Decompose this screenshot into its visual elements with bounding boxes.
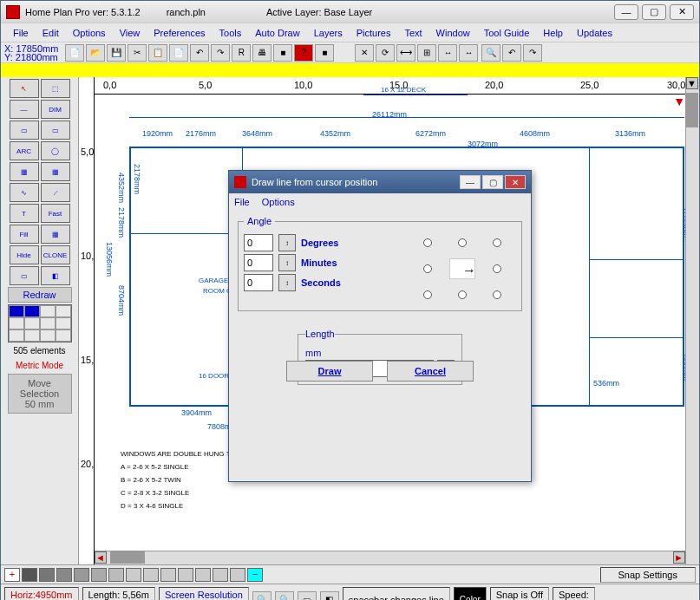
swatch[interactable]	[178, 568, 193, 582]
menu-text[interactable]: Text	[397, 28, 429, 38]
redraw-button[interactable]: Redraw	[8, 287, 72, 303]
swatch[interactable]	[22, 568, 37, 582]
menu-edit[interactable]: Edit	[36, 28, 66, 38]
degrees-stepper[interactable]: ↕	[278, 234, 296, 251]
dialog-close-button[interactable]: ✕	[505, 175, 526, 189]
swatch[interactable]	[143, 568, 159, 582]
arc-tool[interactable]: ARC	[10, 141, 39, 160]
rect2-tool[interactable]: ▭	[41, 121, 70, 140]
print-icon[interactable]: 🖶	[252, 44, 271, 62]
hatch-tool[interactable]: ▦	[10, 162, 39, 181]
diag-tool[interactable]: ⟋	[41, 183, 70, 202]
minutes-input[interactable]	[244, 254, 273, 271]
close-button[interactable]: ✕	[670, 4, 694, 20]
undo2-icon[interactable]: ↶	[502, 44, 521, 62]
swatch[interactable]	[160, 568, 176, 582]
swatch[interactable]	[39, 568, 55, 582]
help-icon[interactable]: ?	[294, 44, 313, 62]
hide-tool[interactable]: Hide	[10, 245, 39, 264]
scroll-left-icon[interactable]: ◄	[95, 551, 107, 564]
swatch[interactable]	[108, 568, 124, 582]
pattern-tool[interactable]: ▦	[41, 225, 70, 244]
redo2-icon[interactable]: ↷	[523, 44, 542, 62]
hatch2-tool[interactable]: ▦	[41, 162, 70, 181]
delete-icon[interactable]: ✕	[355, 44, 374, 62]
text-tool[interactable]: T	[10, 204, 39, 223]
dim-icon[interactable]: ↔	[438, 44, 457, 62]
swatch[interactable]	[56, 568, 72, 582]
wave-tool[interactable]: ∿	[10, 183, 39, 202]
maximize-button[interactable]: ▢	[642, 4, 666, 20]
clone-tool[interactable]: CLONE	[41, 245, 70, 264]
menu-options[interactable]: Options	[66, 28, 113, 38]
dir-w[interactable]	[423, 264, 432, 273]
seconds-input[interactable]	[244, 274, 273, 291]
marquee-tool[interactable]: ⬚	[41, 79, 70, 98]
scroll-down-icon[interactable]: ▼	[686, 77, 698, 89]
snap-settings-button[interactable]: Snap Settings	[600, 567, 697, 583]
save-icon[interactable]: 💾	[107, 44, 126, 62]
cut-icon[interactable]: ✂	[128, 44, 147, 62]
menu-view[interactable]: View	[113, 28, 147, 38]
dir-s[interactable]	[458, 290, 467, 299]
swatch[interactable]	[230, 568, 245, 582]
tool-icon[interactable]: ■	[273, 44, 292, 62]
undo-icon[interactable]: ↶	[190, 44, 209, 62]
plus-icon[interactable]: +	[4, 568, 20, 582]
circle-tool[interactable]: ◯	[41, 141, 70, 160]
shape2-tool[interactable]: ◧	[41, 266, 70, 285]
refresh-icon[interactable]: ⟳	[376, 44, 395, 62]
zoom-icon[interactable]: 🔍	[481, 44, 500, 62]
color-palette[interactable]	[8, 304, 72, 342]
dialog-minimize-button[interactable]: —	[460, 175, 481, 189]
minutes-stepper[interactable]: ↕	[278, 254, 296, 271]
menu-toolguide[interactable]: Tool Guide	[477, 28, 537, 38]
menu-preferences[interactable]: Preferences	[147, 28, 212, 38]
dir-sw[interactable]	[423, 290, 432, 299]
rect-tool[interactable]: ▭	[10, 121, 39, 140]
shape-tool[interactable]: ▭	[10, 266, 39, 285]
grid-icon[interactable]: ⊞	[417, 44, 436, 62]
dir-ne[interactable]	[493, 238, 501, 247]
swatch[interactable]	[91, 568, 107, 582]
menu-pictures[interactable]: Pictures	[350, 28, 398, 38]
tool-icon[interactable]: ■	[315, 44, 334, 62]
dialog-menu-options[interactable]: Options	[262, 197, 295, 207]
dialog-titlebar[interactable]: Draw line from cursor position — ▢ ✕	[229, 171, 531, 193]
menu-help[interactable]: Help	[536, 28, 570, 38]
line-tool[interactable]: —	[10, 100, 39, 119]
zoom-out-icon[interactable]: 🔍	[275, 591, 294, 601]
minus-icon[interactable]: −	[247, 568, 263, 582]
minimize-button[interactable]: —	[614, 4, 638, 20]
open-icon[interactable]: 📂	[86, 44, 105, 62]
menu-tools[interactable]: Tools	[213, 28, 249, 38]
toggle-icon[interactable]: ◧	[320, 591, 339, 601]
measure-icon[interactable]: ⟷	[396, 44, 415, 62]
menu-file[interactable]: File	[6, 28, 36, 38]
dialog-maximize-button[interactable]: ▢	[482, 175, 503, 189]
swatch[interactable]	[195, 568, 211, 582]
degrees-input[interactable]	[244, 234, 273, 251]
scroll-thumb[interactable]	[110, 551, 145, 564]
paste-icon[interactable]: 📄	[169, 44, 188, 62]
cancel-button[interactable]: Cancel	[387, 361, 474, 382]
swatch[interactable]	[213, 568, 228, 582]
dim-tool[interactable]: DIM	[41, 100, 70, 119]
new-icon[interactable]: 📄	[65, 44, 84, 62]
dir-n[interactable]	[458, 238, 467, 247]
color-button[interactable]: Color	[454, 587, 487, 601]
copy-icon[interactable]: 📋	[148, 44, 167, 62]
dir-e[interactable]	[493, 264, 501, 273]
menu-autodraw[interactable]: Auto Draw	[248, 28, 306, 38]
menu-window[interactable]: Window	[429, 28, 477, 38]
draw-button[interactable]: Draw	[286, 361, 373, 382]
swatch[interactable]	[126, 568, 141, 582]
rotate-icon[interactable]: R	[232, 44, 251, 62]
scrollbar-vertical[interactable]: ▲ ▼	[685, 77, 699, 564]
dir-se[interactable]	[493, 290, 501, 299]
menu-updates[interactable]: Updates	[570, 28, 619, 38]
scroll-thumb-v[interactable]	[686, 93, 698, 127]
move-selection[interactable]: Move Selection 50 mm	[8, 374, 72, 414]
scroll-right-icon[interactable]: ►	[673, 551, 685, 564]
zoom-in-icon[interactable]: 🔍	[252, 591, 271, 601]
